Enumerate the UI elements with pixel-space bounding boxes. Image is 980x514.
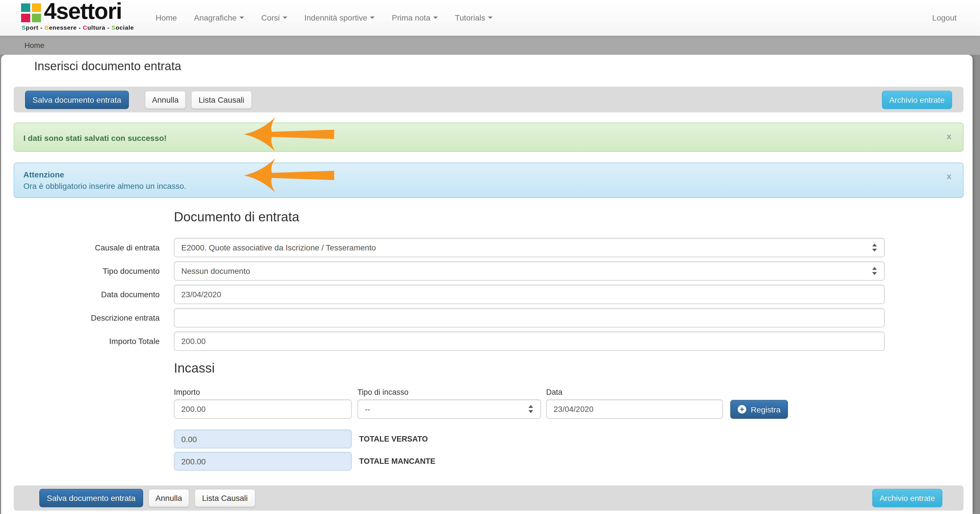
- content-panel: Inserisci documento entrata Salva docume…: [1, 55, 973, 514]
- brand-tagline: Sport - Benessere - Cultura - Sociale: [22, 24, 134, 31]
- page-title: Inserisci documento entrata: [34, 59, 181, 73]
- chevron-down-icon: [283, 16, 287, 19]
- form-row-causale: Causale di entrata E2000. Quote associat…: [1, 238, 885, 257]
- nav-item-indennita-sportive[interactable]: Indennità sportive: [296, 0, 383, 35]
- nav-item-corsi[interactable]: Corsi: [253, 0, 296, 35]
- registra-button[interactable]: + Registra: [730, 400, 788, 419]
- top-navbar: 4settori Sport - Benessere - Cultura - S…: [0, 0, 980, 36]
- logo-square-yellow: [32, 3, 41, 12]
- form-row-data-documento: Data documento: [1, 285, 885, 304]
- data-documento-label: Data documento: [1, 290, 160, 299]
- save-button[interactable]: Salva documento entrata: [39, 489, 143, 507]
- logo-square-red: [21, 14, 30, 22]
- nav-item-anagrafiche[interactable]: Anagrafiche: [186, 0, 253, 35]
- main-menu: Home Anagrafiche Corsi Indennità sportiv…: [147, 0, 501, 35]
- incasso-tipo-label: Tipo di incasso: [358, 388, 409, 396]
- descrizione-label: Descrizione entrata: [1, 313, 160, 322]
- cancel-button[interactable]: Annulla: [145, 90, 186, 109]
- tipo-documento-label: Tipo documento: [1, 267, 160, 276]
- registra-button-label: Registra: [751, 405, 781, 414]
- lista-causali-button[interactable]: Lista Causali: [191, 90, 252, 109]
- breadcrumb: Home: [0, 35, 980, 55]
- logout-link[interactable]: Logout: [932, 0, 957, 35]
- logo-squares-icon: [21, 3, 40, 22]
- incasso-data-input[interactable]: [546, 399, 723, 419]
- importo-totale-label: Importo Totale: [1, 337, 160, 346]
- causale-label: Causale di entrata: [1, 243, 160, 252]
- form-row-importo-totale: Importo Totale: [1, 332, 885, 351]
- close-icon[interactable]: x: [947, 172, 951, 180]
- form-row-descrizione: Descrizione entrata: [1, 308, 885, 327]
- incasso-tipo-select-value: --: [365, 404, 370, 413]
- toolbar-top: Salva documento entrata Annulla Lista Ca…: [14, 87, 964, 112]
- causale-select[interactable]: E2000. Quote associative da Iscrizione /…: [174, 238, 885, 257]
- close-icon[interactable]: x: [947, 132, 951, 140]
- screen: 4settori Sport - Benessere - Cultura - S…: [0, 0, 980, 514]
- nav-item-tutorials[interactable]: Tutorials: [446, 0, 501, 35]
- archivio-entrate-button[interactable]: Archivio entrate: [882, 90, 952, 109]
- section-heading-documento: Documento di entrata: [174, 209, 299, 225]
- tipo-documento-select[interactable]: Nessun documento: [174, 261, 885, 281]
- nav-item-home[interactable]: Home: [147, 0, 186, 35]
- alert-info: Attenzione Ora è obbligatorio inserire a…: [14, 163, 964, 198]
- causale-select-value: E2000. Quote associative da Iscrizione /…: [181, 243, 376, 252]
- brand-logo[interactable]: 4settori Sport - Benessere - Cultura - S…: [10, 2, 141, 34]
- chevron-down-icon: [488, 16, 493, 19]
- nav-item-prima-nota[interactable]: Prima nota: [383, 0, 446, 35]
- descrizione-input[interactable]: [174, 308, 885, 327]
- alert-success: I dati sono stati salvati con successo! …: [14, 123, 964, 152]
- chevron-down-icon: [370, 16, 375, 19]
- data-documento-input[interactable]: [174, 285, 885, 304]
- breadcrumb-home[interactable]: Home: [24, 41, 44, 49]
- totale-versato-label: TOTALE VERSATO: [359, 435, 428, 443]
- importo-totale-input[interactable]: [174, 332, 885, 351]
- lista-causali-button[interactable]: Lista Causali: [195, 489, 255, 507]
- brand-name: 4settori: [44, 0, 122, 24]
- select-spinner-icon: [872, 267, 877, 276]
- section-heading-incassi: Incassi: [174, 361, 215, 376]
- alert-info-text: Ora è obbligatorio inserire almeno un in…: [23, 180, 940, 192]
- logo-square-teal: [21, 3, 30, 12]
- select-spinner-icon: [528, 404, 534, 413]
- save-button[interactable]: Salva documento entrata: [25, 90, 129, 109]
- alert-success-text: I dati sono stati salvati con successo!: [23, 132, 940, 144]
- archivio-entrate-button[interactable]: Archivio entrate: [872, 489, 942, 507]
- totale-mancante-label: TOTALE MANCANTE: [359, 457, 436, 466]
- incasso-importo-input[interactable]: [174, 399, 352, 419]
- incasso-tipo-select[interactable]: --: [358, 399, 541, 419]
- alert-info-title: Attenzione: [23, 169, 940, 180]
- toolbar-bottom: Salva documento entrata Annulla Lista Ca…: [14, 485, 964, 511]
- incasso-importo-label: Importo: [174, 388, 200, 396]
- plus-circle-icon: +: [738, 405, 746, 413]
- totale-versato-input: 0.00: [174, 429, 352, 449]
- select-spinner-icon: [872, 243, 877, 252]
- form-row-tipo-documento: Tipo documento Nessun documento: [1, 261, 885, 281]
- logo-square-green: [32, 14, 41, 22]
- cancel-button[interactable]: Annulla: [148, 489, 189, 507]
- chevron-down-icon: [433, 16, 438, 19]
- chevron-down-icon: [239, 16, 244, 19]
- tipo-documento-select-value: Nessun documento: [181, 267, 250, 276]
- totale-mancante-input: 200.00: [174, 452, 352, 471]
- incasso-data-label: Data: [546, 388, 562, 396]
